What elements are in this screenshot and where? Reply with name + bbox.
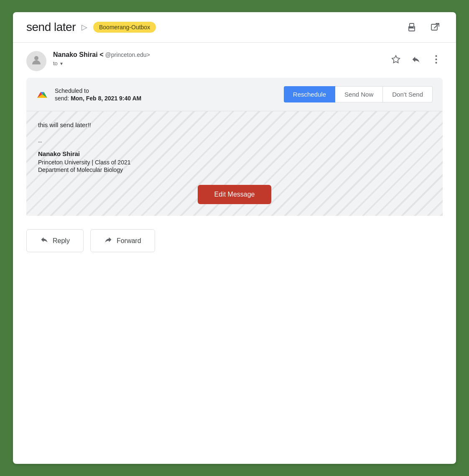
- svg-rect-1: [410, 23, 414, 27]
- dont-send-button[interactable]: Don't Send: [383, 86, 433, 102]
- signature-line2: Department of Molecular Biology: [38, 166, 431, 173]
- body-text: this will send later!!: [38, 121, 431, 128]
- edit-message-button[interactable]: Edit Message: [198, 185, 272, 204]
- chevron-down-icon[interactable]: ▾: [60, 61, 63, 67]
- edit-btn-wrapper: Edit Message: [38, 185, 431, 204]
- scheduled-panel: Scheduled tosend: Mon, Feb 8, 2021 9:40 …: [26, 78, 443, 111]
- email-body: this will send later!! -- Nanako Shirai …: [26, 111, 443, 216]
- signature-name: Nanako Shirai: [38, 150, 431, 157]
- to-label: to: [53, 60, 58, 67]
- svg-rect-2: [410, 29, 413, 30]
- boomerang-logo-icon: [36, 89, 48, 100]
- email-header: Nanako Shirai < @princeton.edu> to ▾: [13, 43, 456, 78]
- sender-info: Nanako Shirai < @princeton.edu> to ▾: [53, 51, 382, 67]
- svg-point-5: [34, 56, 38, 60]
- to-row: to ▾: [53, 60, 382, 67]
- email-container: send later ▷ Boomerang-Outbox: [13, 12, 456, 464]
- separator: --: [38, 138, 431, 145]
- open-external-button[interactable]: [428, 20, 443, 35]
- top-bar-icons: [404, 20, 443, 35]
- forward-button[interactable]: Forward: [90, 229, 155, 252]
- sender-email: @princeton.edu>: [105, 51, 150, 58]
- avatar-icon: [30, 54, 43, 69]
- breadcrumb-arrow: ▷: [82, 23, 87, 32]
- sender-name-row: Nanako Shirai < @princeton.edu>: [53, 51, 382, 59]
- reschedule-button[interactable]: Reschedule: [284, 86, 335, 102]
- reply-button[interactable]: Reply: [26, 229, 84, 252]
- sender-name: Nanako Shirai <: [53, 51, 104, 59]
- print-button[interactable]: [404, 20, 419, 35]
- svg-point-7: [435, 59, 437, 60]
- top-bar: send later ▷ Boomerang-Outbox: [13, 12, 456, 43]
- svg-point-3: [413, 27, 414, 28]
- schedule-buttons: Reschedule Send Now Don't Send: [284, 86, 433, 102]
- scheduled-text: Scheduled tosend: Mon, Feb 8, 2021 9:40 …: [55, 87, 277, 102]
- reply-header-button[interactable]: [409, 53, 423, 66]
- header-actions: [389, 51, 443, 66]
- page-title: send later: [26, 20, 76, 34]
- signature-line1: Princeton University | Class of 2021: [38, 159, 431, 166]
- email-body-content: this will send later!! -- Nanako Shirai …: [38, 121, 431, 204]
- svg-point-6: [435, 55, 437, 57]
- avatar: [26, 51, 46, 71]
- reply-label: Reply: [53, 237, 70, 245]
- star-button[interactable]: [389, 53, 403, 66]
- forward-label: Forward: [117, 237, 141, 245]
- forward-icon: [104, 235, 112, 246]
- send-now-button[interactable]: Send Now: [335, 86, 383, 102]
- svg-point-8: [435, 62, 437, 64]
- boomerang-outbox-tag[interactable]: Boomerang-Outbox: [93, 22, 156, 33]
- reply-icon: [40, 235, 48, 246]
- svg-rect-4: [431, 24, 437, 30]
- more-options-button[interactable]: [429, 53, 443, 66]
- email-actions: Reply Forward: [13, 216, 456, 269]
